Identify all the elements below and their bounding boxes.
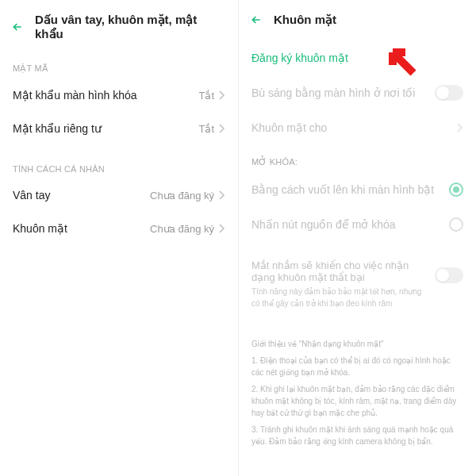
row-value: Chưa đăng ký xyxy=(150,223,225,235)
back-arrow-icon[interactable] xyxy=(11,21,24,33)
row-label: Khuôn mặt cho xyxy=(251,121,327,134)
footer-intro: Giới thiệu về "Nhận dạng khuôn mặt" xyxy=(251,338,463,350)
row-face[interactable]: Khuôn mặt Chưa đăng ký xyxy=(0,212,238,245)
radio-button[interactable] xyxy=(449,182,463,197)
row-value: Tắt xyxy=(198,123,225,135)
row-label: Vân tay xyxy=(13,189,50,202)
row-power-unlock[interactable]: Nhấn nút nguồn để mở khóa xyxy=(239,207,476,242)
back-arrow-icon[interactable] xyxy=(250,13,263,26)
row-swipe-unlock[interactable]: Bằng cách vuốt lên khi màn hình bật xyxy=(239,172,476,207)
row-privacy-password[interactable]: Mật khẩu riêng tư Tắt xyxy=(0,112,238,145)
row-label: Bù sáng bằng màn hình ở nơi tối xyxy=(251,86,415,99)
section-label-unlock: MỞ KHÓA: xyxy=(239,144,476,172)
row-face-for[interactable]: Khuôn mặt cho xyxy=(239,111,476,144)
chevron-right-icon xyxy=(219,190,225,200)
row-value: Chưa đăng ký xyxy=(150,190,225,202)
row-value-text: Tắt xyxy=(198,123,214,135)
panel-right: Khuôn mặt Đăng ký khuôn mặt Bù sáng bằng… xyxy=(238,0,476,476)
row-label: Mật khẩu riêng tư xyxy=(13,122,102,135)
row-label: Nhấn nút nguồn để mở khóa xyxy=(251,218,396,231)
toggle-switch[interactable] xyxy=(435,267,463,283)
radio-button[interactable] xyxy=(449,217,463,232)
info-title: Mắt nhắm sẽ khiến cho việc nhận dạng khu… xyxy=(251,259,427,283)
row-lockscreen-password[interactable]: Mật khẩu màn hình khóa Tắt xyxy=(0,79,238,112)
row-label: Mật khẩu màn hình khóa xyxy=(13,89,137,102)
toggle-switch[interactable] xyxy=(435,85,463,101)
chevron-right-icon xyxy=(219,124,225,133)
footer-about: Giới thiệu về "Nhận dạng khuôn mặt" 1. Đ… xyxy=(239,317,476,447)
header-right: Khuôn mặt xyxy=(239,0,476,41)
footer-para-2: 2. Khi ghi lại khuôn mặt bạn, đảm bảo rằ… xyxy=(251,383,463,419)
info-closed-eyes: Mắt nhắm sẽ khiến cho việc nhận dạng khu… xyxy=(239,242,476,317)
row-value-text: Tắt xyxy=(198,90,214,102)
chevron-right-icon xyxy=(457,123,463,132)
info-desc: Tính năng này đảm bảo bảo mật tốt hơn, n… xyxy=(251,286,427,309)
chevron-right-icon xyxy=(219,90,225,100)
section-label-personal: TÍNH CÁCH CÁ NHÂN xyxy=(0,145,238,178)
panel-left: Dấu vân tay, khuôn mặt, mật khẩu MẬT MÃ … xyxy=(0,0,238,476)
row-label: Khuôn mặt xyxy=(13,222,67,235)
section-label-passcode: MẬT MÃ xyxy=(0,56,238,79)
chevron-right-icon xyxy=(219,224,225,233)
footer-para-3: 3. Tránh ghi khuôn mặt khi ánh sáng quá … xyxy=(251,424,463,447)
row-value: Tắt xyxy=(198,90,225,102)
row-register-face[interactable]: Đăng ký khuôn mặt xyxy=(239,41,476,75)
row-label: Bằng cách vuốt lên khi màn hình bật xyxy=(251,183,434,196)
row-screen-brightness-compensation[interactable]: Bù sáng bằng màn hình ở nơi tối xyxy=(239,75,476,111)
header-left: Dấu vân tay, khuôn mặt, mật khẩu xyxy=(0,0,238,56)
footer-para-1: 1. Điện thoại của bạn có thể bị ai đó có… xyxy=(251,355,463,378)
row-label: Đăng ký khuôn mặt xyxy=(251,52,348,64)
row-value-text: Chưa đăng ký xyxy=(150,190,214,202)
row-fingerprint[interactable]: Vân tay Chưa đăng ký xyxy=(0,178,238,212)
row-value-text: Chưa đăng ký xyxy=(150,223,214,235)
page-title-left: Dấu vân tay, khuôn mặt, mật khẩu xyxy=(35,13,227,41)
page-title-right: Khuôn mặt xyxy=(274,13,336,27)
